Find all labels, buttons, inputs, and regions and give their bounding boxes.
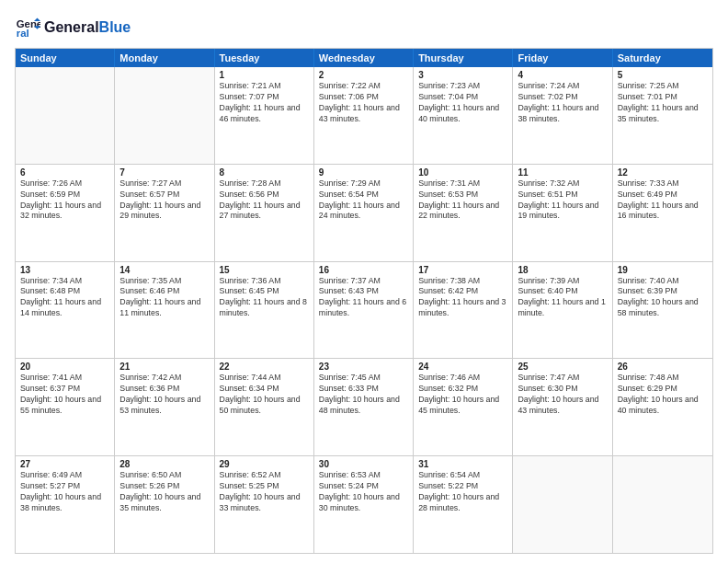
day-number: 22	[220, 362, 309, 372]
day-number: 9	[319, 167, 408, 178]
day-info: Sunrise: 7:29 AMSunset: 6:54 PMDaylight:…	[319, 178, 408, 223]
day-number: 8	[220, 167, 309, 178]
calendar-day-24: 24Sunrise: 7:46 AMSunset: 6:32 PMDayligh…	[414, 359, 513, 455]
calendar-day-2: 2Sunrise: 7:22 AMSunset: 7:06 PMDaylight…	[314, 67, 414, 164]
day-info: Sunrise: 7:25 AMSunset: 7:01 PMDaylight:…	[618, 81, 708, 125]
calendar-day-1: 1Sunrise: 7:21 AMSunset: 7:07 PMDaylight…	[215, 67, 314, 164]
calendar-week-4: 20Sunrise: 7:41 AMSunset: 6:37 PMDayligh…	[16, 358, 712, 455]
calendar-day-17: 17Sunrise: 7:38 AMSunset: 6:42 PMDayligh…	[414, 262, 513, 359]
day-number: 23	[319, 362, 408, 372]
day-number: 27	[20, 459, 109, 469]
day-number: 17	[418, 265, 507, 275]
day-number: 3	[418, 70, 507, 80]
day-number: 31	[418, 459, 507, 469]
day-number: 14	[119, 265, 209, 275]
calendar-day-21: 21Sunrise: 7:42 AMSunset: 6:36 PMDayligh…	[115, 359, 214, 455]
calendar-day-19: 19Sunrise: 7:40 AMSunset: 6:39 PMDayligh…	[613, 262, 712, 359]
day-info: Sunrise: 7:35 AMSunset: 6:46 PMDaylight:…	[119, 276, 209, 320]
day-info: Sunrise: 6:53 AMSunset: 5:24 PMDaylight:…	[319, 470, 408, 514]
day-number: 10	[418, 167, 507, 178]
calendar-day-15: 15Sunrise: 7:36 AMSunset: 6:45 PMDayligh…	[215, 262, 314, 359]
day-number: 13	[20, 265, 109, 275]
day-header-thursday: Thursday	[414, 49, 513, 67]
calendar-day-29: 29Sunrise: 6:52 AMSunset: 5:25 PMDayligh…	[215, 456, 314, 553]
logo: Gene ral GeneralBlue	[15, 15, 131, 40]
day-number: 21	[119, 362, 209, 372]
calendar-day-22: 22Sunrise: 7:44 AMSunset: 6:34 PMDayligh…	[215, 359, 314, 455]
calendar-day-6: 6Sunrise: 7:26 AMSunset: 6:59 PMDaylight…	[16, 165, 115, 261]
day-number: 5	[618, 70, 708, 80]
day-info: Sunrise: 7:44 AMSunset: 6:34 PMDaylight:…	[220, 373, 309, 417]
day-info: Sunrise: 7:36 AMSunset: 6:45 PMDaylight:…	[220, 276, 309, 320]
day-number: 29	[220, 459, 309, 469]
calendar-week-3: 13Sunrise: 7:34 AMSunset: 6:48 PMDayligh…	[16, 261, 712, 359]
page-header: Gene ral GeneralBlue	[15, 15, 713, 40]
day-info: Sunrise: 7:28 AMSunset: 6:56 PMDaylight:…	[220, 178, 309, 223]
calendar-day-9: 9Sunrise: 7:29 AMSunset: 6:54 PMDaylight…	[314, 165, 414, 261]
day-info: Sunrise: 7:34 AMSunset: 6:48 PMDaylight:…	[20, 276, 109, 320]
calendar-page: Gene ral GeneralBlue SundayMondayTuesday…	[0, 0, 728, 563]
day-info: Sunrise: 7:22 AMSunset: 7:06 PMDaylight:…	[319, 81, 408, 125]
day-info: Sunrise: 7:47 AMSunset: 6:30 PMDaylight:…	[518, 373, 607, 417]
day-header-monday: Monday	[115, 49, 214, 67]
calendar-week-2: 6Sunrise: 7:26 AMSunset: 6:59 PMDaylight…	[16, 164, 712, 261]
calendar-day-16: 16Sunrise: 7:37 AMSunset: 6:43 PMDayligh…	[314, 262, 414, 359]
calendar-day-7: 7Sunrise: 7:27 AMSunset: 6:57 PMDaylight…	[115, 165, 214, 261]
day-number: 20	[20, 362, 109, 372]
calendar-day-empty	[613, 456, 712, 553]
calendar-day-30: 30Sunrise: 6:53 AMSunset: 5:24 PMDayligh…	[314, 456, 414, 553]
calendar-day-27: 27Sunrise: 6:49 AMSunset: 5:27 PMDayligh…	[16, 456, 115, 553]
day-number: 1	[220, 70, 309, 80]
day-info: Sunrise: 6:54 AMSunset: 5:22 PMDaylight:…	[418, 470, 507, 514]
day-header-sunday: Sunday	[16, 49, 115, 67]
day-number: 11	[518, 167, 607, 178]
calendar-day-8: 8Sunrise: 7:28 AMSunset: 6:56 PMDaylight…	[215, 165, 314, 261]
day-info: Sunrise: 7:37 AMSunset: 6:43 PMDaylight:…	[319, 276, 408, 320]
day-header-wednesday: Wednesday	[314, 49, 414, 67]
calendar-day-3: 3Sunrise: 7:23 AMSunset: 7:04 PMDaylight…	[414, 67, 513, 164]
day-number: 24	[418, 362, 507, 372]
day-info: Sunrise: 7:21 AMSunset: 7:07 PMDaylight:…	[220, 81, 309, 125]
day-info: Sunrise: 6:52 AMSunset: 5:25 PMDaylight:…	[220, 470, 309, 514]
logo-icon: Gene ral	[15, 15, 40, 40]
calendar-day-10: 10Sunrise: 7:31 AMSunset: 6:53 PMDayligh…	[414, 165, 513, 261]
calendar-day-18: 18Sunrise: 7:39 AMSunset: 6:40 PMDayligh…	[513, 262, 612, 359]
calendar-day-14: 14Sunrise: 7:35 AMSunset: 6:46 PMDayligh…	[115, 262, 214, 359]
calendar-day-31: 31Sunrise: 6:54 AMSunset: 5:22 PMDayligh…	[414, 456, 513, 553]
calendar-day-28: 28Sunrise: 6:50 AMSunset: 5:26 PMDayligh…	[115, 456, 214, 553]
calendar-body: 1Sunrise: 7:21 AMSunset: 7:07 PMDaylight…	[16, 67, 712, 553]
calendar-week-5: 27Sunrise: 6:49 AMSunset: 5:27 PMDayligh…	[16, 455, 712, 553]
day-info: Sunrise: 6:50 AMSunset: 5:26 PMDaylight:…	[119, 470, 209, 514]
calendar: SundayMondayTuesdayWednesdayThursdayFrid…	[15, 48, 713, 554]
day-info: Sunrise: 7:40 AMSunset: 6:39 PMDaylight:…	[618, 276, 708, 320]
day-number: 18	[518, 265, 607, 275]
logo-text: GeneralBlue	[44, 19, 131, 36]
calendar-day-25: 25Sunrise: 7:47 AMSunset: 6:30 PMDayligh…	[513, 359, 612, 455]
calendar-day-20: 20Sunrise: 7:41 AMSunset: 6:37 PMDayligh…	[16, 359, 115, 455]
day-number: 28	[119, 459, 209, 469]
day-info: Sunrise: 7:26 AMSunset: 6:59 PMDaylight:…	[20, 178, 109, 223]
calendar-day-13: 13Sunrise: 7:34 AMSunset: 6:48 PMDayligh…	[16, 262, 115, 359]
calendar-day-empty	[115, 67, 214, 164]
day-number: 25	[518, 362, 607, 372]
day-info: Sunrise: 7:42 AMSunset: 6:36 PMDaylight:…	[119, 373, 209, 417]
calendar-day-empty	[16, 67, 115, 164]
calendar-header: SundayMondayTuesdayWednesdayThursdayFrid…	[16, 49, 712, 67]
calendar-week-1: 1Sunrise: 7:21 AMSunset: 7:07 PMDaylight…	[16, 67, 712, 164]
day-info: Sunrise: 7:27 AMSunset: 6:57 PMDaylight:…	[119, 178, 209, 223]
day-info: Sunrise: 7:41 AMSunset: 6:37 PMDaylight:…	[20, 373, 109, 417]
day-info: Sunrise: 7:33 AMSunset: 6:49 PMDaylight:…	[618, 178, 708, 223]
day-info: Sunrise: 6:49 AMSunset: 5:27 PMDaylight:…	[20, 470, 109, 514]
day-header-friday: Friday	[513, 49, 612, 67]
calendar-day-23: 23Sunrise: 7:45 AMSunset: 6:33 PMDayligh…	[314, 359, 414, 455]
day-number: 2	[319, 70, 408, 80]
calendar-day-5: 5Sunrise: 7:25 AMSunset: 7:01 PMDaylight…	[613, 67, 712, 164]
day-number: 12	[618, 167, 708, 178]
calendar-day-empty	[513, 456, 612, 553]
day-info: Sunrise: 7:45 AMSunset: 6:33 PMDaylight:…	[319, 373, 408, 417]
day-number: 6	[20, 167, 109, 178]
calendar-day-26: 26Sunrise: 7:48 AMSunset: 6:29 PMDayligh…	[613, 359, 712, 455]
calendar-day-4: 4Sunrise: 7:24 AMSunset: 7:02 PMDaylight…	[513, 67, 612, 164]
calendar-day-12: 12Sunrise: 7:33 AMSunset: 6:49 PMDayligh…	[613, 165, 712, 261]
day-number: 15	[220, 265, 309, 275]
